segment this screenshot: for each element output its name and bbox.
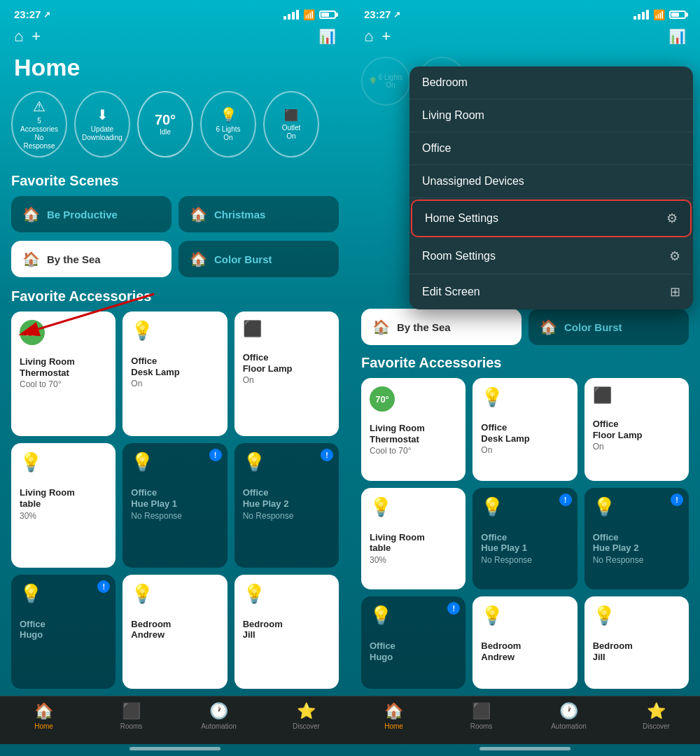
acc-name-lr-table-right: Living Roomtable — [370, 532, 457, 554]
accessory-hue-play-1-left[interactable]: ! 💡 OfficeHue Play 1 No Response — [122, 443, 227, 567]
accessory-jill-right[interactable]: 💡 BedroomJill — [584, 596, 689, 689]
nav-discover-label-left: Discover — [293, 722, 320, 730]
acc-name-thermostat-right: Living RoomThermostat — [370, 423, 457, 444]
nav-home-icon-left: 🏠 — [34, 702, 53, 720]
nav-automation-right[interactable]: 🕐 Automation — [525, 702, 612, 730]
accessory-hugo-right[interactable]: ! 💡 OfficeHugo — [361, 596, 465, 689]
idle-label: Idle — [160, 128, 171, 136]
dropdown-office[interactable]: Office — [410, 132, 693, 165]
accessory-andrew-right[interactable]: 💡 BedroomAndrew — [472, 596, 577, 689]
status-icons-right: 📶 — [634, 9, 686, 20]
nav-rooms-right[interactable]: ⬛ Rooms — [438, 702, 525, 730]
dropdown-edit-screen[interactable]: Edit Screen ⊞ — [410, 274, 693, 309]
time-left: 23:27 — [14, 8, 41, 20]
nav-home-left[interactable]: 🏠 Home — [0, 702, 88, 730]
acc-name-hugo-right: OfficeHugo — [370, 640, 457, 662]
nav-automation-label-left: Automation — [201, 722, 237, 730]
accessory-thermostat-left[interactable]: 70° Living RoomThermostat Cool to 70° — [11, 312, 115, 436]
accessory-desk-lamp-left[interactable]: 💡 OfficeDesk Lamp On — [122, 312, 227, 436]
accessory-jill-left[interactable]: 💡 BedroomJill — [234, 575, 339, 689]
nav-automation-left[interactable]: 🕐 Automation — [175, 702, 262, 730]
accessory-floor-lamp-left[interactable]: ⬛ OfficeFloor Lamp On — [234, 312, 339, 436]
scroll-content-left: Favorite Scenes 🏠 Be Productive 🏠 Christ… — [0, 170, 350, 696]
accessory-hugo-left[interactable]: ! 💡 OfficeHugo — [11, 575, 115, 689]
accessory-hue1-right[interactable]: ! 💡 OfficeHue Play 1 No Response — [472, 488, 577, 590]
acc-name-desk-lamp-left: OfficeDesk Lamp — [131, 356, 218, 377]
temp-display: 70° — [155, 112, 176, 128]
acc-name-floor-lamp-left: OfficeFloor Lamp — [243, 352, 330, 374]
pill-no-response[interactable]: ⚠ 5 AccessoriesNo Response — [11, 91, 67, 158]
warning-badge-2-left: ! — [321, 449, 333, 461]
acc-status-lr-table-left: 30% — [20, 511, 107, 521]
home-nav-icon-right[interactable]: ⌂ — [364, 27, 373, 46]
right-scenes-row: 🏠 By the Sea 🏠 Color Burst — [350, 309, 700, 352]
scene-label-burst-right: Color Burst — [564, 321, 622, 333]
signal-icon — [284, 10, 299, 20]
hue1-icon-left: 💡 — [131, 451, 218, 473]
lr-table-icon-left: 💡 — [20, 451, 107, 473]
office-label: Office — [422, 142, 451, 155]
accessory-hue-play-2-left[interactable]: ! 💡 OfficeHue Play 2 No Response — [234, 443, 339, 567]
wifi-icon-right: 📶 — [653, 9, 665, 20]
nav-rooms-icon-right: ⬛ — [472, 702, 491, 720]
scene-label-3: By the Sea — [47, 253, 101, 265]
nav-rooms-left[interactable]: ⬛ Rooms — [88, 702, 175, 730]
accessory-lr-table-right[interactable]: 💡 Living Roomtable 30% — [361, 488, 465, 590]
add-button-left[interactable]: + — [31, 27, 41, 46]
nav-automation-icon-left: 🕐 — [209, 702, 228, 720]
lights-icon: 💡 — [220, 106, 237, 123]
acc-name-desk-lamp-right: OfficeDesk Lamp — [481, 422, 568, 444]
pill-update[interactable]: ⬇ UpdateDownloading — [74, 91, 130, 158]
warning-badge-hugo-left: ! — [97, 580, 110, 593]
accessory-desk-lamp-right[interactable]: 💡 OfficeDesk Lamp On — [472, 378, 577, 481]
scene-home-icon-sea-right: 🏠 — [372, 318, 390, 335]
status-icons-left: 📶 — [284, 9, 336, 20]
scene-by-the-sea[interactable]: 🏠 By the Sea — [11, 241, 172, 277]
accessories-grid-right: 70° Living RoomThermostat Cool to 70° 💡 … — [350, 378, 700, 696]
accessory-hue2-right[interactable]: ! 💡 OfficeHue Play 2 No Response — [584, 488, 689, 590]
accessory-lr-table-left[interactable]: 💡 Living Roomtable 30% — [11, 443, 115, 567]
waveform-icon-right[interactable]: 📊 — [668, 28, 686, 45]
temp-badge-right: 70° — [370, 386, 395, 412]
desk-lamp-icon-right: 💡 — [481, 386, 568, 408]
dropdown-unassigned[interactable]: Unassigned Devices — [410, 165, 693, 198]
no-response-label: 5 AccessoriesNo Response — [18, 117, 60, 150]
nav-home-right[interactable]: 🏠 Home — [350, 702, 438, 730]
acc-status-hue1-left: No Response — [131, 511, 218, 521]
pill-thermostat[interactable]: 70° Idle — [137, 91, 193, 158]
update-label: UpdateDownloading — [82, 125, 122, 142]
dropdown-bedroom[interactable]: Bedroom — [410, 66, 693, 99]
location-icon-left: ↗ — [43, 10, 50, 20]
pill-outlet[interactable]: ⬛ OutletOn — [263, 91, 319, 158]
waveform-icon-left[interactable]: 📊 — [318, 28, 336, 45]
dropdown-room-settings[interactable]: Room Settings ⚙ — [410, 239, 693, 274]
jill-icon-right: 💡 — [593, 605, 680, 626]
acc-status-lr-table-right: 30% — [370, 555, 457, 565]
scene-label-sea-right: By the Sea — [397, 321, 451, 333]
accessory-andrew-left[interactable]: 💡 BedroomAndrew — [122, 575, 227, 689]
accessory-floor-lamp-right[interactable]: ⬛ OfficeFloor Lamp On — [584, 378, 689, 481]
dropdown-living-room[interactable]: Living Room — [410, 99, 693, 132]
acc-status-floor-lamp-right: On — [593, 442, 680, 451]
pill-lights[interactable]: 💡 6 LightsOn — [200, 91, 256, 158]
nav-discover-icon-right: ⭐ — [647, 702, 666, 720]
home-indicator-left — [130, 747, 220, 750]
scene-be-productive[interactable]: 🏠 Be Productive — [11, 196, 172, 232]
acc-status-hue2-left: No Response — [243, 511, 330, 521]
scene-color-burst-right[interactable]: 🏠 Color Burst — [528, 309, 689, 345]
add-button-right[interactable]: + — [382, 27, 391, 46]
settings-gear-icon: ⚙ — [666, 211, 678, 226]
home-nav-icon[interactable]: ⌂ — [14, 27, 23, 46]
scene-by-the-sea-right[interactable]: 🏠 By the Sea — [361, 309, 522, 345]
accessory-thermostat-right[interactable]: 70° Living RoomThermostat Cool to 70° — [361, 378, 465, 481]
acc-status-desk-lamp-right: On — [481, 445, 568, 455]
scene-christmas[interactable]: 🏠 Christmas — [178, 196, 339, 232]
nav-discover-right[interactable]: ⭐ Discover — [612, 702, 700, 730]
hugo-icon-left: 💡 — [20, 583, 107, 605]
wifi-icon: 📶 — [303, 9, 315, 20]
right-content-below-dropdown: 🏠 By the Sea 🏠 Color Burst Favorite Acce… — [350, 309, 700, 696]
scene-home-icon-burst-right: 🏠 — [540, 318, 557, 335]
dropdown-home-settings[interactable]: Home Settings ⚙ — [411, 200, 692, 237]
nav-discover-left[interactable]: ⭐ Discover — [262, 702, 350, 730]
scene-color-burst[interactable]: 🏠 Color Burst — [178, 241, 339, 277]
